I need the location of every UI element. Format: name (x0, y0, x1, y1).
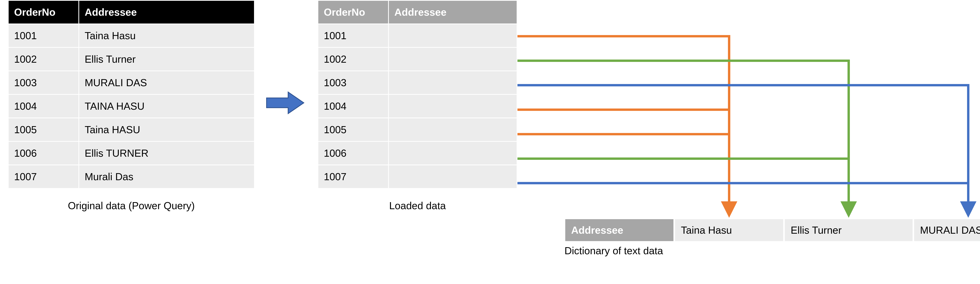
table-row: 1005 (318, 118, 517, 141)
table-row: 1006Ellis TURNER (8, 141, 255, 165)
loaded-header-orderno: OrderNo (318, 0, 388, 24)
loaded-table-body: 1001 1002 1003 1004 1005 1006 1007 (318, 24, 517, 189)
loaded-data-table: OrderNo Addressee 1001 1002 1003 1004 10… (318, 0, 517, 189)
table-row: 1007Murali Das (8, 165, 255, 189)
loaded-table-caption: Loaded data (318, 200, 517, 211)
table-row: 1002 (318, 48, 517, 71)
arrow-right-icon (265, 90, 306, 116)
table-row: 1002Ellis Turner (8, 48, 255, 71)
table-row: 1007 (318, 165, 517, 189)
dictionary-value: MURALI DAS (913, 218, 980, 242)
dictionary-row: Addressee Taina Hasu Ellis Turner MURALI… (565, 218, 980, 242)
original-table-body: 1001Taina Hasu 1002Ellis Turner 1003MURA… (8, 24, 255, 189)
dictionary-caption: Dictionary of text data (565, 245, 800, 257)
table-row: 1005Taina HASU (8, 118, 255, 141)
table-row: 1003 (318, 71, 517, 94)
table-row: 1001 (318, 24, 517, 48)
original-table-caption: Original data (Power Query) (8, 200, 255, 211)
table-row: 1004TAINA HASU (8, 94, 255, 118)
table-row: 1006 (318, 141, 517, 165)
svg-marker-0 (267, 92, 304, 114)
original-header-addressee: Addressee (79, 0, 255, 24)
original-header-orderno: OrderNo (8, 0, 79, 24)
table-row: 1003MURALI DAS (8, 71, 255, 94)
table-row: 1001Taina Hasu (8, 24, 255, 48)
table-row: 1004 (318, 94, 517, 118)
dictionary-value: Ellis Turner (784, 218, 913, 242)
connector-green (517, 61, 849, 214)
original-data-table: OrderNo Addressee 1001Taina Hasu 1002Ell… (8, 0, 255, 189)
loaded-header-addressee: Addressee (388, 0, 517, 24)
dictionary-header: Addressee (565, 218, 674, 242)
dictionary-value: Taina Hasu (674, 218, 784, 242)
connector-orange (517, 36, 729, 214)
connector-blue (517, 85, 968, 214)
